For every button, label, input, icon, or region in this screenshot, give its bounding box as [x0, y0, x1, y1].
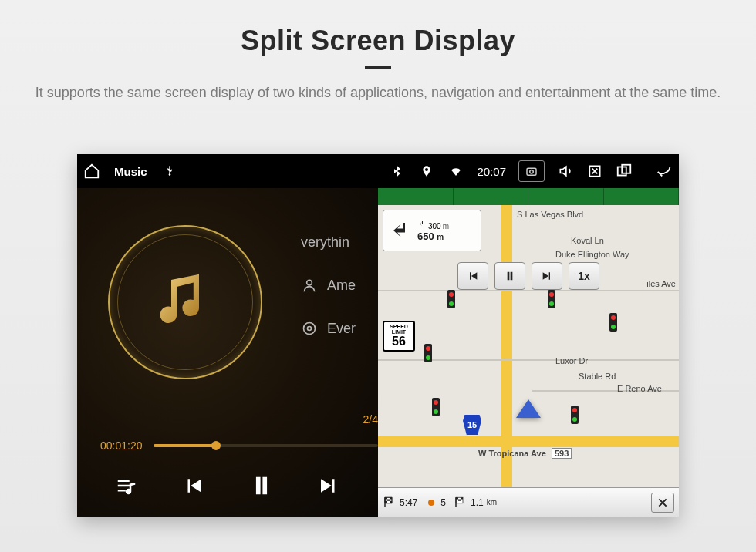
street-label: Koval Ln — [571, 236, 604, 245]
clock-time: 20:07 — [477, 165, 506, 178]
app-label: Music — [114, 165, 147, 178]
route-shield: 15 — [463, 415, 481, 435]
traffic-light-icon — [609, 313, 617, 332]
traffic-light-icon — [571, 406, 579, 424]
eta-display: 5:47 — [383, 496, 417, 510]
elapsed-time: 00:01:20 — [100, 439, 143, 452]
home-icon[interactable] — [83, 163, 100, 180]
svg-point-7 — [308, 327, 312, 331]
street-label: iles Ave — [646, 279, 676, 288]
street-label: E Reno Ave — [617, 384, 662, 393]
navigation-panel: S Las Vegas Blvd Koval Ln Duke Ellington… — [378, 188, 679, 517]
overlay-pause-button[interactable] — [494, 262, 525, 290]
screenshot-icon[interactable] — [518, 160, 545, 182]
traffic-light-icon — [548, 290, 555, 308]
flag-icon — [383, 496, 397, 510]
nav-close-button[interactable] — [651, 493, 674, 513]
progress-row: 00:01:20 — [100, 439, 378, 452]
seek-bar[interactable] — [154, 444, 379, 447]
vehicle-cursor-icon — [516, 399, 541, 418]
map-canvas[interactable]: S Las Vegas Blvd Koval Ln Duke Ellington… — [378, 205, 679, 487]
overlay-media-controls: 1x — [457, 262, 599, 290]
nav-bottom-bar: 5:47 5 1.1 km — [378, 487, 679, 517]
device-frame: Music 20:07 — [77, 154, 679, 517]
turn-left-icon — [390, 219, 413, 242]
flag-icon — [454, 496, 467, 510]
page-indicator: 2/4 — [363, 413, 378, 426]
title-underline — [365, 66, 391, 69]
album-art[interactable] — [108, 225, 262, 379]
street-label: Luxor Dr — [555, 356, 588, 365]
track-list: verythin Ame Ever — [301, 234, 378, 337]
wifi-icon — [447, 163, 464, 180]
next-track-button[interactable] — [312, 469, 346, 503]
album-icon — [301, 320, 318, 337]
prev-track-button[interactable] — [177, 469, 211, 503]
page-description: It supports the same screen display of t… — [31, 82, 725, 103]
location-icon — [418, 163, 435, 180]
back-icon[interactable] — [656, 163, 673, 180]
artist-icon — [301, 277, 318, 294]
track-row[interactable]: verythin — [301, 234, 378, 251]
music-panel: verythin Ame Ever 2/4 00:01:20 — [77, 188, 378, 517]
close-app-icon[interactable] — [586, 163, 603, 180]
track-row[interactable]: Ever — [301, 320, 378, 337]
speed-limit-sign: SPEED LIMIT 56 — [383, 321, 415, 352]
track-artist: Ame — [327, 278, 356, 294]
stops-display: 5 — [425, 496, 446, 509]
waypoint-icon — [425, 496, 437, 509]
svg-point-10 — [428, 500, 434, 506]
street-label: S Las Vegas Blvd — [517, 210, 583, 219]
pause-button[interactable] — [245, 469, 278, 503]
music-controls — [77, 463, 378, 509]
svg-point-1 — [530, 170, 534, 174]
playlist-button[interactable] — [110, 469, 143, 503]
street-label: Duke Ellington Way — [555, 250, 629, 259]
overlay-prev-button[interactable] — [457, 262, 488, 290]
track-album: Ever — [327, 321, 356, 337]
turn-instruction: 300m 650 m — [383, 210, 481, 251]
overlay-speed-button[interactable]: 1x — [569, 262, 599, 290]
svg-rect-0 — [527, 168, 536, 175]
close-icon — [656, 496, 669, 509]
recent-apps-icon[interactable] — [616, 163, 633, 180]
volume-icon[interactable] — [557, 163, 574, 180]
street-label: W Tropicana Ave 593 — [478, 449, 572, 458]
nav-top-bar — [378, 188, 679, 205]
traffic-light-icon — [447, 290, 455, 308]
track-row[interactable]: Ame — [301, 277, 378, 294]
overlay-next-button[interactable] — [532, 262, 562, 290]
usb-icon — [161, 163, 178, 180]
street-label: Stable Rd — [579, 372, 616, 381]
track-title: verythin — [301, 234, 349, 251]
page-title: Split Screen Display — [0, 25, 756, 57]
distance-display: 1.1 km — [454, 496, 497, 510]
bluetooth-icon — [389, 163, 406, 180]
svg-point-6 — [304, 323, 316, 335]
music-note-icon — [150, 266, 220, 338]
svg-point-5 — [307, 280, 312, 285]
traffic-light-icon — [432, 398, 440, 416]
status-bar: Music 20:07 — [77, 154, 679, 188]
traffic-light-icon — [424, 344, 432, 362]
